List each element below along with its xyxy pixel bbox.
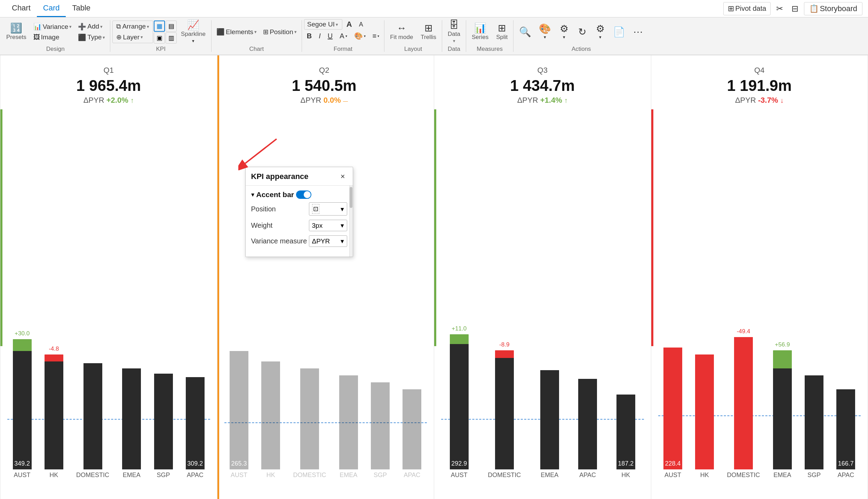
- italic-button[interactable]: I: [316, 31, 324, 41]
- type-button[interactable]: ⬛ Type ▾: [75, 32, 108, 42]
- font-size-increase[interactable]: A: [344, 19, 355, 30]
- search-button[interactable]: 🔍: [516, 26, 535, 38]
- storyboard-button[interactable]: 📋 Storyboard: [804, 2, 862, 15]
- ribbon-tabs: Chart Card Table ⊞ Pivot data ✂ ⊟ 📋 Stor…: [0, 0, 868, 17]
- q1-xlabel-apac: APAC: [187, 471, 204, 479]
- q4-xlabel-aust: AUST: [664, 471, 681, 479]
- q1-bar-sgp-main: [154, 374, 173, 469]
- tab-card[interactable]: Card: [37, 0, 66, 17]
- q1-bar-domestic: DOMESTIC: [76, 363, 109, 479]
- q3-xlabel-domestic: DOMESTIC: [488, 471, 521, 479]
- layer-button[interactable]: ⊕ Layer ▾: [113, 32, 152, 42]
- tab-chart[interactable]: Chart: [6, 0, 37, 17]
- q2-arrow-flat: —: [343, 98, 348, 104]
- toolbar-icon-1[interactable]: ✂: [773, 3, 786, 15]
- type-icon: ⬛: [78, 33, 86, 41]
- add-button[interactable]: ➕ Add ▾: [75, 22, 108, 32]
- pivot-icon: ⊞: [728, 4, 734, 13]
- text-color-button[interactable]: A ▾: [337, 31, 350, 41]
- kpi-header-q2: Q2 1 540.5m ΔPYR 0.0% —: [217, 55, 434, 108]
- kpi-panel-section-accentbar: ▾ Accent bar Position ⊡ ▾: [251, 190, 347, 247]
- card-layout-btn-2[interactable]: ▤: [166, 21, 177, 32]
- kpi-panel-section-title: Accent bar: [256, 190, 294, 199]
- arrange-button[interactable]: ⧉ Arrange ▾: [113, 22, 152, 31]
- card-layout-btn-1[interactable]: ▦: [154, 21, 165, 32]
- group-format: Segoe UI ▾ A A B I U A ▾ 🎨 ▾ ≡ ▾ Format: [304, 19, 382, 53]
- q1-xlabel-emea: EMEA: [123, 471, 141, 479]
- q4-xlabel-emea: EMEA: [773, 471, 791, 479]
- elements-button[interactable]: ⬛ Elements ▾: [214, 27, 260, 37]
- q1-xlabel-domestic: DOMESTIC: [76, 471, 109, 479]
- kpi-panel-close-button[interactable]: ×: [339, 171, 347, 182]
- paint-button[interactable]: 🎨▾: [535, 23, 555, 41]
- q4-xlabel-domestic: DOMESTIC: [727, 471, 760, 479]
- q2-bar-hk: HK: [261, 361, 280, 479]
- group-kpi: ⧉ Arrange ▾ ⊕ Layer ▾ ▦ ▤ ▣ ▥: [112, 19, 209, 53]
- variance-button[interactable]: 📊 Variance ▾: [31, 22, 75, 32]
- accent-bar-toggle[interactable]: [296, 190, 311, 199]
- q3-bar-domestic: -8.9 DOMESTIC: [488, 350, 521, 479]
- card-layout-btn-4[interactable]: ▥: [166, 32, 177, 44]
- q4-bar-chart: 228.4 AUST HK -49.4 DOMESTIC: [651, 108, 868, 499]
- align-button[interactable]: ≡ ▾: [370, 31, 382, 41]
- section-collapse-icon[interactable]: ▾: [251, 191, 254, 198]
- group-chart: ⬛ Elements ▾ ⊞ Position ▾ Chart: [214, 19, 300, 53]
- fit-mode-button[interactable]: ↔ Fit mode: [387, 22, 416, 42]
- q4-bar-hk: HK: [695, 354, 714, 479]
- sparkline-button[interactable]: 📈 Sparkline ▾: [177, 19, 209, 45]
- font-size-decrease[interactable]: A: [356, 20, 366, 29]
- image-button[interactable]: 🖼 Image: [31, 32, 75, 42]
- image-icon: 🖼: [33, 33, 40, 41]
- q1-bar-apac-main: 309.2: [186, 377, 205, 469]
- refresh-button[interactable]: ↻: [573, 26, 591, 38]
- panel-scrollbar[interactable]: [349, 186, 353, 257]
- toolbar-icon-2[interactable]: ⊟: [789, 3, 801, 15]
- kpi-card-q2: Q2 1 540.5m ΔPYR 0.0% — 265.3 AUST: [217, 55, 435, 499]
- q1-bars: +30.0 349.2 AUST -4.8 HK: [7, 112, 210, 489]
- fill-color-button[interactable]: 🎨 ▾: [351, 31, 368, 41]
- position-icon: ⊞: [263, 28, 269, 36]
- bold-button[interactable]: B: [304, 31, 314, 41]
- presets-button[interactable]: 🔢 Presets: [3, 22, 30, 42]
- q1-variance: ΔPYR +2.0% ↑: [7, 96, 210, 105]
- q1-bar-aust-main: 349.2: [13, 351, 32, 469]
- weight-label: Weight: [251, 221, 273, 229]
- more-button[interactable]: ⋯: [629, 26, 647, 38]
- q3-xlabel-hk: HK: [621, 471, 630, 479]
- tab-table[interactable]: Table: [66, 0, 97, 17]
- kpi-grid: Q1 1 965.4m ΔPYR +2.0% ↑ +30.0 349.2: [0, 55, 868, 499]
- position-button[interactable]: ⊞ Position ▾: [260, 27, 300, 37]
- position-select[interactable]: ⊡ ▾: [309, 202, 347, 216]
- q1-xlabel-sgp: SGP: [157, 471, 170, 479]
- kpi-panel-section-header: ▾ Accent bar: [251, 190, 347, 199]
- q3-bar-chart: +11.0 292.9 AUST -8.9 DOMESTI: [434, 108, 651, 499]
- q3-xlabel-aust: AUST: [451, 471, 468, 479]
- q3-bar-apac: APAC: [578, 379, 597, 479]
- settings2-button[interactable]: ⚙▾: [591, 23, 609, 41]
- q4-arrow-down: ↓: [780, 96, 784, 104]
- trellis-button[interactable]: ⊞ Trellis: [417, 22, 440, 42]
- card-layout-btn-3[interactable]: ▣: [154, 32, 165, 44]
- q2-label: Q2: [222, 66, 427, 75]
- variance-measure-select[interactable]: ΔPYR ▾: [309, 235, 347, 247]
- pivot-data-button[interactable]: ⊞ Pivot data: [723, 2, 771, 15]
- group-data: 🗄 Data ▾ Data: [444, 19, 464, 53]
- underline-button[interactable]: U: [325, 31, 335, 41]
- kpi-header-q4: Q4 1 191.9m ΔPYR -3.7% ↓: [651, 55, 868, 108]
- weight-select[interactable]: 3px ▾: [309, 220, 347, 231]
- q1-value: 1 965.4m: [7, 77, 210, 94]
- q3-variance: ΔPYR +1.4% ↑: [441, 96, 644, 105]
- q1-bar-chart: +30.0 349.2 AUST -4.8 HK: [0, 108, 217, 499]
- settings-button[interactable]: ⚙▾: [555, 23, 573, 41]
- q3-bar-aust: +11.0 292.9 AUST: [450, 334, 469, 479]
- export-button[interactable]: 📄: [610, 26, 629, 38]
- q3-xlabel-apac: APAC: [579, 471, 596, 479]
- split-button[interactable]: ⊞ Split: [493, 22, 511, 42]
- series-button[interactable]: 📊 Series: [468, 22, 492, 42]
- q1-arrow-up: ↑: [130, 96, 134, 104]
- font-select[interactable]: Segoe UI ▾: [304, 19, 342, 30]
- arrange-icon: ⧉: [116, 23, 121, 30]
- data-button[interactable]: 🗄 Data ▾: [444, 19, 464, 45]
- q4-bar-apac: 166.7 APAC: [836, 389, 855, 479]
- q3-xlabel-emea: EMEA: [541, 471, 558, 479]
